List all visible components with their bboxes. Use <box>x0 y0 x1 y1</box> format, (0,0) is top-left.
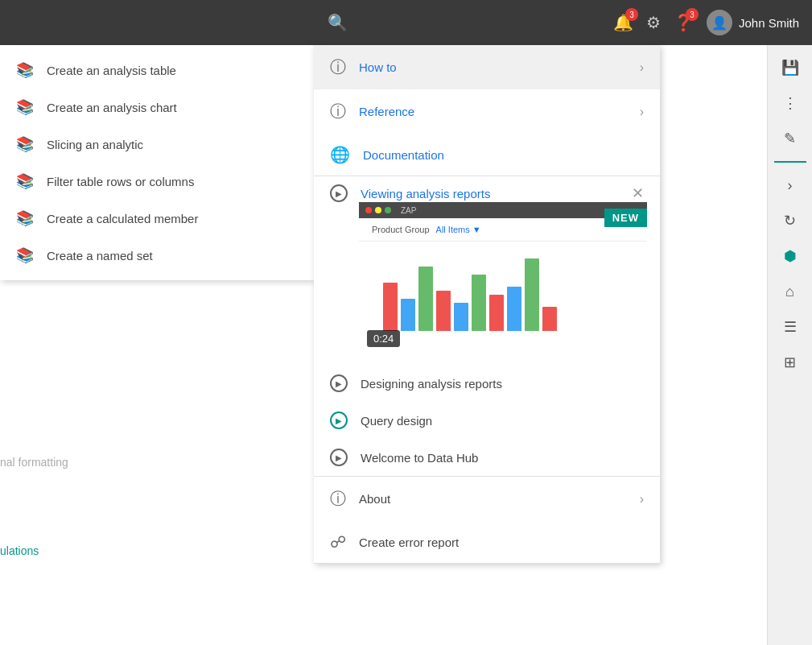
menu-item-label-create-named-set: Create a named set <box>47 249 153 263</box>
viewing-row: ▶ Viewing analysis reports ✕ <box>314 176 660 202</box>
help-item-about[interactable]: ⓘ About › <box>314 477 660 521</box>
help-item-about-label: About <box>359 492 627 506</box>
video-item-welcome[interactable]: ▶ Welcome to Data Hub <box>314 439 660 476</box>
menu-item-create-named-set[interactable]: 📚 Create a named set <box>0 237 314 274</box>
grid-sidebar-icon[interactable]: ⊞ <box>774 346 806 378</box>
help-icon[interactable]: ❓ 3 <box>674 13 694 32</box>
info-circle-icon-about: ⓘ <box>330 488 346 510</box>
close-featured-video-button[interactable]: ✕ <box>632 184 644 202</box>
featured-video-title: Viewing analysis reports <box>361 187 619 201</box>
help-menu: ⓘ How to › ⓘ Reference › 🌐 Documentation… <box>314 45 660 564</box>
settings-icon[interactable]: ⚙ <box>646 13 661 32</box>
globe-icon-documentation: 🌐 <box>330 145 350 164</box>
book-icon-5: 📚 <box>16 209 34 227</box>
book-icon-1: 📚 <box>16 61 34 79</box>
user-menu[interactable]: 👤 John Smith <box>707 10 799 35</box>
help-item-reference[interactable]: ⓘ Reference › <box>314 89 660 134</box>
play-icon-designing: ▶ <box>330 374 348 392</box>
menu-item-slicing-analytic[interactable]: 📚 Slicing an analytic <box>0 126 314 163</box>
calculations-text: ulations <box>0 544 39 557</box>
header: 🔍 🔔 3 ⚙ ❓ 3 👤 John Smith <box>0 0 812 45</box>
play-icon-query: ▶ <box>330 411 348 429</box>
forward-sidebar-icon[interactable]: › <box>774 169 806 201</box>
video-item-designing[interactable]: ▶ Designing analysis reports <box>314 365 660 402</box>
main-area: nal formatting ulations 💾 ⋮ ✎ › ↻ ⬢ ⌂ ☰ … <box>0 45 812 645</box>
menu-item-label-slicing-analytic: Slicing an analytic <box>47 138 143 151</box>
chart-filter-label: Product Group <box>372 225 430 234</box>
play-icon-viewing: ▶ <box>330 184 348 202</box>
book-icon-2: 📚 <box>16 98 34 116</box>
help-item-error-report[interactable]: ☍ Create error report <box>314 521 660 563</box>
refresh-sidebar-icon[interactable]: ↻ <box>774 205 806 237</box>
edit-sidebar-icon[interactable]: ✎ <box>774 122 806 155</box>
help-item-how-to[interactable]: ⓘ How to › <box>314 45 660 89</box>
menu-item-create-calculated-member[interactable]: 📚 Create a calculated member <box>0 200 314 237</box>
search-icon[interactable]: 🔍 <box>328 13 348 32</box>
menu-item-create-analysis-chart[interactable]: 📚 Create an analysis chart <box>0 89 314 126</box>
help-menu-section-video: ▶ Viewing analysis reports ✕ ZAP <box>314 176 660 477</box>
chart-bar <box>489 295 504 331</box>
chart-bar <box>525 258 539 331</box>
notification-badge: 3 <box>625 8 638 21</box>
book-icon-6: 📚 <box>16 246 34 264</box>
user-name: John Smith <box>739 16 799 30</box>
play-icon-welcome: ▶ <box>330 449 348 466</box>
menu-item-filter-table-rows[interactable]: 📚 Filter table rows or columns <box>0 163 314 200</box>
book-icon-3: 📚 <box>16 135 34 153</box>
home-sidebar-icon[interactable]: ⌂ <box>774 275 806 308</box>
chevron-right-howto: › <box>640 60 644 75</box>
cube-sidebar-icon[interactable]: ⬢ <box>774 240 806 272</box>
left-menu: 📚 Create an analysis table 📚 Create an a… <box>0 45 314 280</box>
chevron-right-about: › <box>640 492 644 506</box>
video-item-welcome-label: Welcome to Data Hub <box>361 451 478 465</box>
help-item-howto-label: How to <box>359 60 627 74</box>
menu-item-label-create-analysis-table: Create an analysis table <box>47 64 176 77</box>
video-item-query-design[interactable]: ▶ Query design <box>314 402 660 439</box>
menu-item-label-filter-table-rows: Filter table rows or columns <box>47 175 194 188</box>
menu-item-label-create-analysis-chart: Create an analysis chart <box>47 101 177 114</box>
chart-bar <box>454 303 468 331</box>
right-sidebar: 💾 ⋮ ✎ › ↻ ⬢ ⌂ ☰ ⊞ <box>767 45 812 645</box>
video-item-query-label: Query design <box>361 414 432 428</box>
help-menu-section-links: ⓘ How to › ⓘ Reference › 🌐 Documentation <box>314 45 660 176</box>
help-item-error-report-label: Create error report <box>359 535 644 549</box>
video-card[interactable]: ZAP Product Group All Items ▼ NEW 0:24 <box>359 202 647 355</box>
chart-bars-area <box>359 242 647 355</box>
chart-bar <box>507 287 521 331</box>
video-item-designing-label: Designing analysis reports <box>361 377 502 391</box>
conditional-formatting-text: nal formatting <box>0 456 68 469</box>
chart-bar <box>401 299 415 331</box>
save-sidebar-icon[interactable]: 💾 <box>774 52 806 84</box>
chart-bar <box>542 307 557 331</box>
avatar: 👤 <box>707 10 732 35</box>
video-timer: 0:24 <box>367 330 400 347</box>
chart-bar <box>472 275 486 331</box>
help-menu-section-bottom: ⓘ About › ☍ Create error report <box>314 477 660 564</box>
new-badge: NEW <box>604 209 647 227</box>
help-badge: 3 <box>686 8 699 21</box>
book-icon-4: 📚 <box>16 172 34 190</box>
chart-bar <box>436 291 451 331</box>
menu-item-create-analysis-table[interactable]: 📚 Create an analysis table <box>0 52 314 89</box>
question-circle-icon-howto: ⓘ <box>330 56 346 78</box>
more-sidebar-icon[interactable]: ⋮ <box>774 87 806 119</box>
chart-bar <box>418 267 433 331</box>
menu-item-label-create-calculated-member: Create a calculated member <box>47 212 198 225</box>
help-item-reference-label: Reference <box>359 105 627 118</box>
chart-app-label: ZAP <box>401 206 416 215</box>
question-circle-icon-reference: ⓘ <box>330 101 346 122</box>
help-item-documentation-label: Documentation <box>363 148 644 162</box>
chevron-right-reference: › <box>640 105 644 119</box>
list-sidebar-icon[interactable]: ☰ <box>774 311 806 343</box>
chart-bar <box>383 283 398 331</box>
bug-icon-error-report: ☍ <box>330 532 346 552</box>
help-item-documentation[interactable]: 🌐 Documentation <box>314 134 660 176</box>
notification-icon[interactable]: 🔔 3 <box>613 13 633 32</box>
chart-filter-value: All Items ▼ <box>436 225 481 234</box>
